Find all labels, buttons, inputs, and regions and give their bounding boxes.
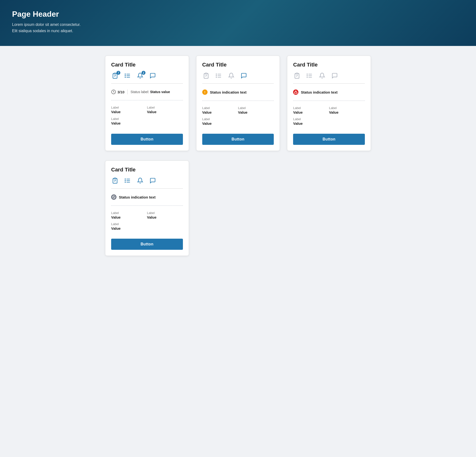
status-divider (127, 89, 128, 94)
card-1-button[interactable]: Button (111, 134, 183, 145)
svg-point-14 (216, 77, 216, 78)
svg-point-13 (216, 75, 216, 76)
field-label-1: Label Value (202, 105, 238, 116)
svg-point-12 (216, 74, 216, 74)
svg-rect-24 (114, 178, 116, 179)
clipboard-icon[interactable]: 7 (111, 72, 119, 79)
clipboard-badge: 7 (117, 71, 120, 75)
card-2-status: ! Status indication text (202, 88, 274, 97)
svg-point-21 (307, 77, 307, 78)
status-text: Status indication text (210, 90, 247, 94)
clipboard-icon[interactable] (293, 72, 301, 79)
field-label-3: Label Value (293, 116, 365, 127)
card-2-button[interactable]: Button (202, 134, 274, 145)
card-1: Card Title 7 (105, 56, 189, 151)
status-label: Status label: Status value (130, 90, 170, 94)
page-header: Page Header Lorem ipsum dolor sit amet c… (0, 0, 476, 46)
status-text: Status indication text (301, 90, 338, 94)
card-2-icons (202, 72, 274, 84)
card-4-fields: Label Value Label Value Label Value (111, 210, 183, 232)
field-label-2: Label Value (147, 104, 183, 115)
dashed-divider (111, 100, 183, 100)
chat-icon[interactable] (240, 72, 248, 79)
field-label-1: Label Value (111, 210, 147, 221)
card-3: Card Title (287, 56, 371, 151)
bell-icon[interactable] (318, 72, 326, 79)
card-4-button[interactable]: Button (111, 239, 183, 250)
field-label-2: Label Value (147, 210, 183, 221)
card-2: Card Title (196, 56, 280, 151)
card-2-fields: Label Value Label Value Label Value (202, 105, 274, 127)
dashed-divider (202, 101, 274, 101)
field-label-3: Label Value (202, 116, 274, 127)
svg-rect-0 (114, 73, 116, 74)
svg-point-29 (125, 180, 125, 181)
page-description: Lorem ipsum dolor sit amet consectetur. … (12, 22, 464, 34)
card-4: Card Title (105, 160, 189, 256)
card-1-fields: Label Value Label Value Label Value (111, 104, 183, 127)
bell-badge: 2 (142, 71, 145, 75)
card-1-title: Card Title (111, 62, 183, 68)
card-4-icons (111, 177, 183, 189)
card-3-button[interactable]: Button (293, 134, 365, 145)
svg-point-28 (125, 179, 125, 179)
svg-point-6 (125, 77, 125, 78)
bell-icon[interactable]: 2 (136, 72, 144, 79)
cards-row-2: Card Title (93, 160, 383, 265)
card-4-title: Card Title (111, 167, 183, 173)
card-3-title: Card Title (293, 62, 365, 68)
field-label-1: Label Value (293, 105, 329, 116)
list-icon[interactable] (124, 177, 131, 185)
svg-line-32 (113, 196, 115, 198)
status-text: Status indication text (119, 195, 156, 199)
blocked-icon (111, 194, 117, 200)
clipboard-icon[interactable] (111, 177, 119, 185)
card-3-icons (293, 72, 365, 84)
svg-point-4 (125, 74, 125, 74)
chat-icon[interactable] (149, 72, 157, 79)
bell-icon[interactable] (227, 72, 235, 79)
svg-rect-15 (296, 73, 298, 74)
cards-row-1: Card Title 7 (93, 46, 383, 160)
card-2-title: Card Title (202, 62, 274, 68)
card-1-icons: 7 2 (111, 72, 183, 84)
card-1-status-bar: 3/10 Status label: Status value (111, 88, 183, 96)
field-label-1: Label Value (111, 104, 147, 115)
field-label-2: Label Value (238, 105, 274, 116)
field-label-3: Label Value (111, 115, 183, 127)
chat-icon[interactable] (149, 177, 157, 185)
svg-rect-8 (205, 73, 207, 74)
clipboard-icon[interactable] (202, 72, 210, 79)
svg-point-19 (307, 74, 307, 74)
field-label-3: Label Value (111, 221, 183, 232)
error-icon (293, 89, 298, 95)
card-4-status: Status indication text (111, 193, 183, 202)
card-3-fields: Label Value Label Value Label Value (293, 105, 365, 127)
chat-icon[interactable] (331, 72, 339, 79)
svg-point-20 (307, 75, 307, 76)
list-icon[interactable] (215, 72, 222, 79)
list-icon[interactable] (306, 72, 313, 79)
list-icon[interactable] (124, 72, 131, 79)
card-3-status: Status indication text (293, 88, 365, 97)
bell-icon[interactable] (136, 177, 144, 185)
status-counter: 3/10 (111, 89, 124, 94)
svg-point-30 (125, 182, 125, 183)
page-title: Page Header (12, 10, 464, 19)
svg-point-5 (125, 75, 125, 76)
dashed-divider (293, 101, 365, 101)
field-label-2: Label Value (329, 105, 365, 116)
warning-icon: ! (202, 89, 208, 95)
